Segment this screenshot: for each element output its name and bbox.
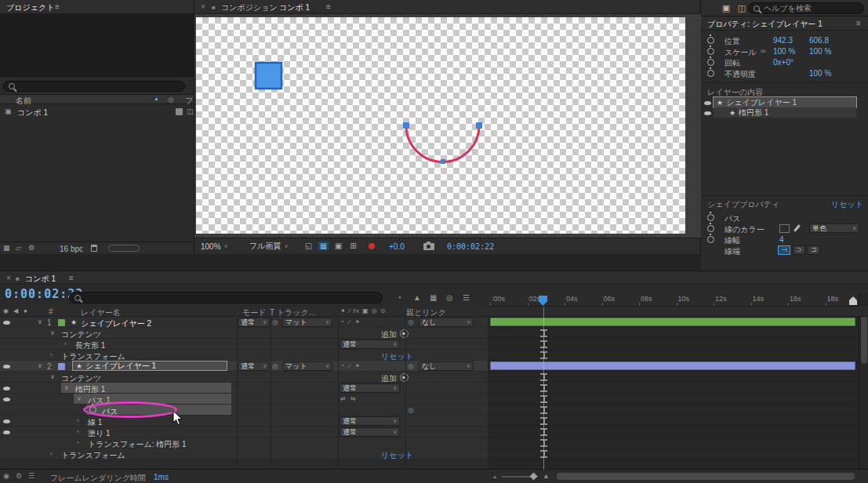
timeline-group-row[interactable]: ∨コンテンツ追加▶	[0, 328, 488, 339]
stopwatch-icon[interactable]	[707, 37, 714, 44]
work-area-end-marker[interactable]	[849, 296, 857, 305]
mask-visibility-icon[interactable]: ▣	[332, 242, 344, 250]
switches-column-header[interactable]: ✦ ⁄ fx ▣ ◎ ⊙	[340, 307, 387, 314]
type-column-header[interactable]: フ	[185, 96, 193, 107]
search-filter-pill[interactable]	[108, 245, 140, 252]
timeline-group-row[interactable]: ›線 1通常∨	[0, 416, 488, 427]
properties-title[interactable]: プロパティ: シェイプレイヤー 1	[707, 19, 823, 30]
stopwatch-icon[interactable]	[707, 59, 714, 66]
path-direction-icons[interactable]: ⇄ ⇆	[340, 395, 358, 402]
timeline-group-row[interactable]: ›塗り 1通常∨	[0, 427, 488, 438]
layer-label-chip[interactable]	[58, 363, 65, 370]
parent-pickwhip-icon[interactable]: ◎	[408, 318, 414, 326]
twirl-open-icon[interactable]: ∨	[38, 362, 42, 369]
parent-link-dropdown[interactable]: なし∨	[419, 318, 474, 327]
twirl-closed-icon[interactable]: ›	[64, 340, 67, 347]
twirl-open-icon[interactable]: ∨	[38, 318, 42, 325]
link-icon[interactable]: ∞	[761, 47, 765, 55]
blue-rectangle-shape[interactable]	[256, 63, 281, 89]
visibility-eye-icon[interactable]	[3, 321, 10, 325]
parent-link-dropdown[interactable]: なし∨	[419, 361, 474, 371]
layer-duration-bar[interactable]	[490, 361, 855, 370]
audio-column-icon[interactable]: ◀	[13, 307, 18, 314]
group-blend-mode-dropdown[interactable]: 通常∨	[340, 340, 400, 349]
close-icon[interactable]: ×	[201, 2, 205, 11]
visibility-eye-icon[interactable]	[3, 365, 10, 369]
transparency-grid-icon[interactable]: ▦	[318, 242, 329, 250]
sort-arrow-icon[interactable]: ▲	[154, 96, 159, 101]
render-status-icon[interactable]: ⚙	[16, 472, 22, 480]
track-matte-dropdown[interactable]: マット∨	[282, 361, 332, 371]
layer-name-box[interactable]: ★シェイプレイヤー 1	[72, 361, 227, 371]
twirl-closed-icon[interactable]: ›	[77, 428, 79, 435]
zoom-out-mountain-icon[interactable]: ▲	[492, 474, 497, 479]
scrollbar-thumb[interactable]	[861, 309, 867, 364]
layer-switches-icons[interactable]: ◔ ⁄ ✦	[340, 318, 361, 325]
timeline-layer-row[interactable]: ∨2★シェイプレイヤー 1通常∨◎マット∨◔ ⁄ ✦◎なし∨	[0, 361, 488, 372]
panel-menu-icon[interactable]: ≡	[55, 2, 60, 11]
interpret-footage-icon[interactable]: ▦	[3, 244, 10, 252]
trash-icon[interactable]	[91, 245, 97, 252]
stopwatch-icon[interactable]	[707, 214, 714, 221]
timeline-vertical-scrollbar[interactable]	[859, 293, 868, 470]
preview-timecode[interactable]: 0:00:02:22	[447, 242, 494, 251]
stroke-width-label[interactable]: 線幅	[725, 235, 740, 246]
path-vertex-handle[interactable]	[403, 122, 409, 129]
group-blend-mode-dropdown[interactable]: 通常∨	[340, 416, 400, 426]
twirl-open-icon[interactable]: ∨	[50, 329, 55, 336]
path-vertex-handle[interactable]	[476, 122, 482, 129]
twirl-open-icon[interactable]: ∨	[64, 384, 69, 391]
help-search-input[interactable]: ヘルプを検索	[748, 2, 864, 14]
roi-icon[interactable]: ◱	[303, 242, 314, 250]
composition-viewport[interactable]	[194, 14, 701, 238]
cap-round-icon[interactable]: ⊃	[793, 245, 805, 255]
current-time-indicator-head[interactable]	[539, 296, 547, 306]
twirl-closed-icon[interactable]: ›	[77, 417, 79, 424]
timeline-group-row[interactable]: ∨パス 1⇄ ⇆	[0, 394, 488, 405]
panel-menu-icon[interactable]: ≡	[326, 2, 331, 11]
twirl-open-icon[interactable]: ∨	[50, 373, 55, 380]
panel-layout-icon[interactable]: ▣	[718, 2, 734, 15]
create-comp-icon[interactable]: ⚙	[28, 244, 35, 252]
timeline-zoom-knob[interactable]	[530, 473, 538, 481]
track-matte-pickwhip-icon[interactable]: ◎	[272, 318, 278, 326]
panel-split-icon[interactable]: ◫	[734, 2, 750, 15]
preview-status-icon[interactable]: ◉	[3, 472, 9, 480]
parent-link-column-header[interactable]: 親とリンク	[406, 307, 446, 318]
mode-column-header[interactable]: モード	[242, 307, 266, 318]
timeline-group-row[interactable]: ›トランスフォームリセット	[0, 350, 488, 361]
track-matte-column-header[interactable]: T トラック...	[270, 307, 315, 318]
property-value[interactable]: 0x+0°	[773, 58, 794, 67]
red-arc-path[interactable]	[406, 125, 479, 162]
flowchart-icon[interactable]: ☰	[28, 472, 35, 480]
current-time-indicator-line[interactable]	[543, 307, 544, 470]
path-label[interactable]: パス	[725, 213, 740, 224]
visibility-eye-icon[interactable]	[3, 387, 10, 390]
visibility-eye-icon[interactable]	[704, 101, 711, 105]
cap-projecting-icon[interactable]: ⊐	[808, 245, 820, 255]
visibility-eye-icon[interactable]	[3, 398, 10, 401]
create-folder-icon[interactable]: ▱	[16, 244, 21, 252]
twirl-closed-icon[interactable]: ›	[77, 439, 79, 446]
twirl-closed-icon[interactable]: ›	[50, 450, 53, 457]
stopwatch-icon[interactable]	[707, 236, 714, 243]
zoom-in-mountain-icon[interactable]: ▲	[543, 472, 550, 480]
property-value[interactable]: 942.3	[773, 36, 793, 45]
resolution-dropdown[interactable]: フル画質∨	[249, 241, 289, 252]
track-matte-dropdown[interactable]: マット∨	[282, 318, 332, 327]
timeline-group-row[interactable]: ∨楕円形 1通常∨	[0, 383, 488, 394]
panel-menu-icon[interactable]: ≡	[856, 19, 861, 27]
stroke-color-swatch[interactable]	[779, 224, 790, 233]
group-blend-mode-dropdown[interactable]: 通常∨	[340, 383, 400, 393]
reset-button[interactable]: リセット	[381, 450, 413, 461]
cap-butt-icon[interactable]: ⊣	[778, 245, 790, 255]
stroke-width-value[interactable]: 4	[779, 235, 784, 244]
stroke-type-dropdown[interactable]: 単色∨	[809, 223, 859, 233]
layer-duration-bar[interactable]	[490, 318, 855, 326]
layer-switches-icons[interactable]: ◔ ⁄ ✦	[340, 362, 361, 369]
timeline-group-row[interactable]: ›トランスフォームリセット	[0, 448, 488, 459]
layer-content-item[interactable]: ★シェイプレイヤー 1	[701, 97, 868, 107]
twirl-closed-icon[interactable]: ›	[50, 351, 53, 358]
layer-label-chip[interactable]	[58, 319, 65, 326]
timeline-group-row[interactable]: ›長方形 1通常∨	[0, 339, 488, 350]
